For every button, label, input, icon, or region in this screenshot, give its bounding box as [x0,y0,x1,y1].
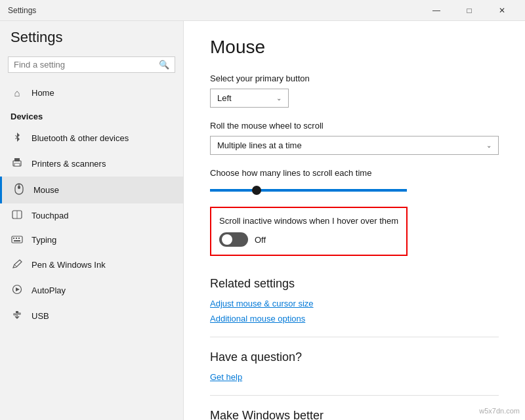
search-input[interactable] [14,60,159,70]
sidebar-item-mouse-label: Mouse [33,185,59,195]
keyboard-icon [10,234,24,245]
sidebar: Settings 🔍 ⌂ Home Devices Bluetooth & ot… [0,0,184,420]
sidebar-item-pen-label: Pen & Windows Ink [32,260,106,270]
page-title: Mouse [210,37,499,58]
question-title: Have a question? [210,350,499,364]
sidebar-item-touchpad[interactable]: Touchpad [0,203,183,228]
scroll-inactive-section: Scroll inactive windows when I hover ove… [210,207,408,256]
get-help-link[interactable]: Get help [210,372,499,382]
sidebar-item-printers[interactable]: Printers & scanners [0,151,183,177]
svg-rect-1 [14,158,20,161]
main-content: Mouse Select your primary button Left ⌄ … [184,21,525,420]
title-bar-controls: — □ ✕ [421,0,517,21]
sidebar-item-typing[interactable]: Typing [0,228,183,252]
home-icon: ⌂ [10,87,24,98]
sidebar-item-autoplay-label: AutoPlay [32,285,66,295]
svg-rect-12 [14,240,20,242]
autoplay-icon [10,284,24,297]
sidebar-header: Settings [0,21,183,51]
make-better-title: Make Windows better [210,409,499,420]
scroll-wheel-label: Roll the mouse wheel to scroll [210,121,499,131]
scroll-inactive-toggle[interactable] [219,232,248,247]
sidebar-item-touchpad-label: Touchpad [32,211,68,220]
svg-rect-5 [18,186,20,189]
svg-rect-17 [18,313,20,314]
watermark: w5x7dn.com [479,407,520,415]
svg-rect-2 [14,163,20,166]
sidebar-item-home-label: Home [32,88,54,98]
primary-button-value: Left [217,93,232,103]
minimize-button[interactable]: — [421,0,452,21]
svg-rect-8 [12,236,22,243]
sidebar-item-usb[interactable]: USB [0,303,183,329]
title-bar-title: Settings [8,6,36,15]
sidebar-item-bluetooth[interactable]: Bluetooth & other devices [0,125,183,151]
related-settings-title: Related settings [210,277,499,291]
devices-section-label: Devices [0,105,183,125]
sidebar-item-bluetooth-label: Bluetooth & other devices [32,133,129,143]
scroll-wheel-value: Multiple lines at a time [217,140,302,150]
svg-rect-11 [18,238,20,239]
close-button[interactable]: ✕ [487,0,517,21]
scroll-wheel-dropdown[interactable]: Multiple lines at a time ⌄ [210,136,499,155]
primary-button-dropdown[interactable]: Left ⌄ [210,89,289,108]
svg-rect-15 [16,311,18,313]
search-box[interactable]: 🔍 [8,56,175,73]
sidebar-item-home[interactable]: ⌂ Home [0,81,183,105]
primary-button-label: Select your primary button [210,74,499,83]
sidebar-item-autoplay[interactable]: AutoPlay [0,278,183,303]
scroll-inactive-state: Off [255,235,266,245]
scroll-wheel-arrow-icon: ⌄ [486,142,492,149]
touchpad-icon [10,210,24,221]
search-icon: 🔍 [159,60,169,70]
sidebar-item-typing-label: Typing [32,235,56,245]
svg-marker-14 [16,287,20,291]
mouse-icon [12,183,26,197]
divider2 [210,395,499,396]
main-panel: Mouse Select your primary button Left ⌄ … [184,0,525,420]
scroll-lines-slider[interactable] [210,189,407,192]
bluetooth-icon [10,132,24,144]
primary-button-arrow-icon: ⌄ [276,94,282,102]
sidebar-item-mouse[interactable]: Mouse [0,177,183,203]
sidebar-item-printers-label: Printers & scanners [32,159,106,169]
svg-rect-9 [13,238,14,239]
additional-mouse-link[interactable]: Additional mouse options [210,314,499,324]
pen-icon [10,259,24,271]
divider1 [210,337,499,337]
scroll-lines-label: Choose how many lines to scroll each tim… [210,168,499,178]
toggle-track [219,232,248,247]
svg-rect-16 [14,314,16,315]
scroll-inactive-title: Scroll inactive windows when I hover ove… [219,216,398,226]
sidebar-item-pen[interactable]: Pen & Windows Ink [0,252,183,278]
maximize-button[interactable]: □ [454,0,484,21]
printer-icon [10,158,24,170]
scroll-lines-slider-container [210,183,499,194]
title-bar: Settings — □ ✕ [0,0,525,21]
toggle-row: Off [219,232,398,247]
toggle-thumb [222,234,232,245]
usb-icon [10,310,24,322]
adjust-mouse-link[interactable]: Adjust mouse & cursor size [210,299,499,308]
sidebar-item-usb-label: USB [32,311,49,321]
svg-rect-10 [16,238,17,239]
